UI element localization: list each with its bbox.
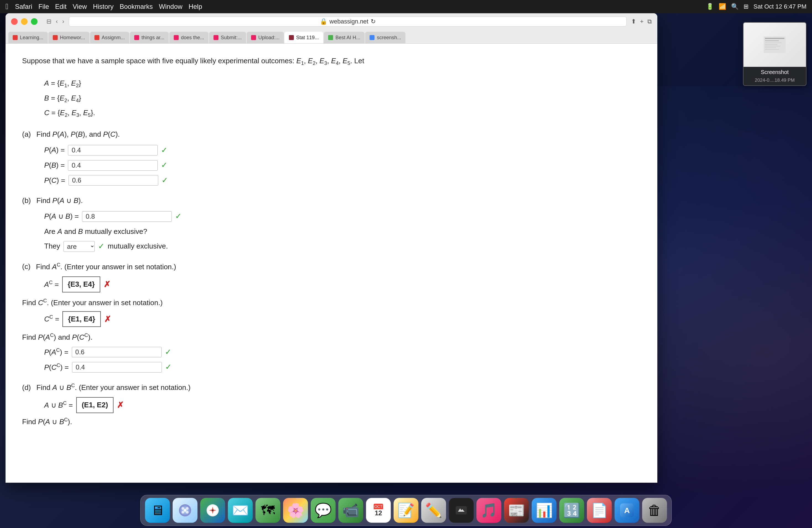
back-icon[interactable]: ‹ xyxy=(56,18,58,25)
menu-edit[interactable]: Edit xyxy=(55,3,67,11)
set-A: A = {E1, E2} xyxy=(44,76,641,91)
set-C: C = {E2, E3, E5}. xyxy=(44,105,641,120)
pa-label: P(A) = xyxy=(44,144,64,156)
pcc-checkmark: ✓ xyxy=(165,361,172,373)
tab-label-assignment: Assignm... xyxy=(102,35,125,41)
browser-titlebar: ⊟ ‹ › 🔒 webassign.net ↻ ⬆ + ⧉ xyxy=(5,13,657,30)
dock-safari[interactable] xyxy=(200,498,225,523)
svg-point-13 xyxy=(184,509,186,512)
address-bar[interactable]: 🔒 webassign.net ↻ xyxy=(69,17,627,27)
dock-pages[interactable]: 📄 xyxy=(587,498,612,523)
lock-icon: 🔒 xyxy=(320,18,327,25)
dock-news[interactable]: 📰 xyxy=(504,498,529,523)
menu-safari[interactable]: Safari xyxy=(15,3,32,11)
tab-label-does: does the... xyxy=(181,35,204,41)
svg-point-10 xyxy=(186,507,189,510)
forward-icon[interactable]: › xyxy=(62,18,64,25)
dock-calendar[interactable]: OCT12 xyxy=(366,498,391,523)
menu-help[interactable]: Help xyxy=(189,3,202,11)
tabs-icon[interactable]: ⧉ xyxy=(648,18,652,25)
tab-assignment[interactable]: Assignm... xyxy=(90,32,129,43)
reload-icon[interactable]: ↻ xyxy=(371,18,376,25)
part-b-label: (b) xyxy=(22,195,31,207)
mutual-exclusive-suffix: mutually exclusive. xyxy=(108,240,168,252)
dock-messages[interactable]: 💬 xyxy=(311,498,336,523)
clock: Sat Oct 12 6:47 PM xyxy=(753,3,807,10)
sidebar-toggle-icon[interactable]: ⊟ xyxy=(46,18,52,25)
pcc-input[interactable] xyxy=(72,362,162,372)
dock-trash[interactable]: 🗑 xyxy=(642,498,667,523)
menu-history[interactable]: History xyxy=(93,3,114,11)
dock-music[interactable]: 🎵 xyxy=(476,498,501,523)
dock-freeform[interactable]: ✏️ xyxy=(421,498,446,523)
dock-appstore[interactable]: A xyxy=(614,498,639,523)
pac-input[interactable] xyxy=(72,347,162,357)
dock-mail[interactable]: ✉️ xyxy=(228,498,253,523)
dock-finder[interactable]: 🖥 xyxy=(145,498,170,523)
answer-row-pc: P(C) = ✓ xyxy=(44,174,641,187)
dock-facetime[interactable]: 📹 xyxy=(338,498,363,523)
search-icon[interactable]: 🔍 xyxy=(731,3,739,10)
tab-label-bestai: Best AI H... xyxy=(335,35,360,41)
tab-screenshot[interactable]: screensh... xyxy=(365,32,405,43)
mutual-exclusive-answer-row: They are are not ✓ mutually exclusive. xyxy=(44,240,641,253)
url-text: webassign.net xyxy=(330,18,368,25)
close-button[interactable] xyxy=(11,18,18,25)
pa-input[interactable] xyxy=(68,145,158,156)
control-center-icon[interactable]: ⊞ xyxy=(743,3,749,10)
pc-input[interactable] xyxy=(69,175,158,186)
menu-window[interactable]: Window xyxy=(159,3,182,11)
part-c-section: (c) Find AC. (Enter your answer in set n… xyxy=(22,261,641,373)
svg-rect-7 xyxy=(765,49,779,50)
browser-actions: ⬆ + ⧉ xyxy=(631,18,652,25)
menu-file[interactable]: File xyxy=(39,3,49,11)
answer-row-aubc: A ∪ BC = (E1, E2) ✗ xyxy=(44,397,641,413)
aubc-value: (E1, E2) xyxy=(82,399,108,411)
dock-numbers[interactable]: 🔢 xyxy=(559,498,584,523)
tab-upload[interactable]: Upload:... xyxy=(247,32,284,43)
pb-checkmark: ✓ xyxy=(161,159,168,172)
screenshot-thumbnail[interactable]: Screenshot 2024-0....18.49 PM xyxy=(743,22,807,86)
tab-things[interactable]: things ar... xyxy=(130,32,169,43)
menu-view[interactable]: View xyxy=(73,3,87,11)
screenshot-thumb-title: Screenshot xyxy=(743,67,806,78)
dock-launchpad[interactable] xyxy=(173,498,198,523)
pb-input[interactable] xyxy=(68,160,158,171)
part-a-section: (a) Find P(A), P(B), and P(C). P(A) = ✓ … xyxy=(22,129,641,187)
tab-stat119[interactable]: Stat 119... xyxy=(285,32,323,43)
tab-does[interactable]: does the... xyxy=(169,32,208,43)
menu-bookmarks[interactable]: Bookmarks xyxy=(120,3,153,11)
aubc-answer-box: (E1, E2) xyxy=(76,397,114,413)
part-c-instruction: Find AC. (Enter your answer in set notat… xyxy=(36,261,176,273)
answer-row-cc: CC = {E1, E4} ✗ xyxy=(44,311,641,327)
part-d-instruction2-row: Find P(A ∪ BC). xyxy=(22,416,641,427)
tab-learning[interactable]: Learning... xyxy=(8,32,48,43)
dock-photos[interactable]: 🌸 xyxy=(283,498,308,523)
cc-wrong-mark: ✗ xyxy=(104,312,111,326)
tab-homework[interactable]: Homewor... xyxy=(48,32,89,43)
tab-bestai[interactable]: Best AI H... xyxy=(324,32,365,43)
paub-input[interactable] xyxy=(82,211,172,222)
ac-value: {E3, E4} xyxy=(68,279,95,290)
part-d-instruction: Find A ∪ BC. (Enter your answer in set n… xyxy=(37,382,191,393)
tab-label-stat119: Stat 119... xyxy=(296,35,319,41)
answer-row-pcc: P(CC) = ✓ xyxy=(44,361,641,373)
mutual-exclusive-dropdown[interactable]: are are not xyxy=(63,241,95,252)
svg-point-19 xyxy=(212,510,214,511)
apple-menu[interactable]:  xyxy=(5,2,8,11)
tab-label-upload: Upload:... xyxy=(258,35,279,41)
share-icon[interactable]: ⬆ xyxy=(631,18,636,25)
new-tab-icon[interactable]: + xyxy=(640,18,643,25)
paub-label: P(A ∪ B) = xyxy=(44,211,79,222)
mutual-exclusive-question: Are A and B mutually exclusive? xyxy=(44,226,641,237)
dock-keynote[interactable]: 📊 xyxy=(532,498,556,523)
tab-submit[interactable]: Submit:... xyxy=(209,32,246,43)
minimize-button[interactable] xyxy=(21,18,28,25)
dock-maps[interactable]: 🗺 xyxy=(256,498,280,523)
dock-appletv[interactable] xyxy=(449,498,474,523)
tab-favicon-submit xyxy=(214,35,218,40)
pc-label: P(C) = xyxy=(44,175,65,186)
aubc-wrong-mark: ✗ xyxy=(117,398,124,412)
maximize-button[interactable] xyxy=(31,18,38,25)
dock-notes[interactable]: 📝 xyxy=(394,498,418,523)
